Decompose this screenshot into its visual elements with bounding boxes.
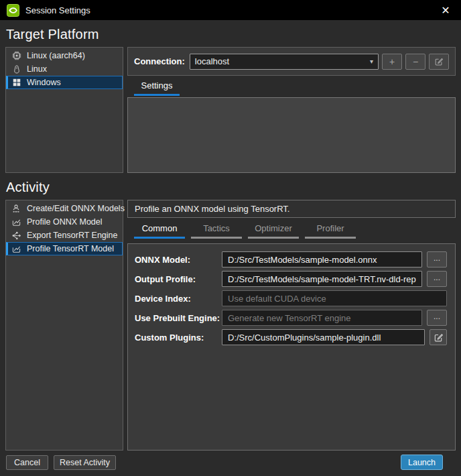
settings-empty-panel <box>127 97 456 173</box>
device-index-input[interactable] <box>222 290 447 306</box>
add-connection-button[interactable]: + <box>382 54 402 70</box>
activity-item-label: Profile TensorRT Model <box>27 244 114 253</box>
platform-item-linux[interactable]: Linux <box>6 62 123 76</box>
field-label: ONNX Model: <box>135 255 222 265</box>
penguin-icon <box>11 64 22 74</box>
common-settings-form: ONNX Model: ... Output Profile: ... Devi… <box>127 243 456 451</box>
field-label: Custom Plugins: <box>135 333 222 343</box>
export-graph-icon <box>11 230 22 241</box>
close-icon[interactable]: ✕ <box>437 1 454 19</box>
activity-item-export-tensorrt[interactable]: Export TensorRT Engine <box>6 229 123 242</box>
windows-icon <box>11 77 22 88</box>
browse-button[interactable]: ... <box>427 251 447 267</box>
activity-list: Create/Edit ONNX Models Profile ONNX Mod… <box>5 200 123 451</box>
launch-button[interactable]: Launch <box>401 455 443 470</box>
activity-description-text: Profile an ONNX model using TensorRT. <box>135 204 289 214</box>
cancel-button[interactable]: Cancel <box>6 455 48 470</box>
platform-item-linux-aarch64[interactable]: Linux (aarch64) <box>6 49 123 62</box>
reset-activity-button[interactable]: Reset Activity <box>54 455 116 470</box>
window-title: Session Settings <box>25 5 90 15</box>
nvidia-logo-icon <box>7 4 19 17</box>
minus-icon: − <box>413 56 418 67</box>
activity-tab-bar: Common Tactics Optimizer Profiler <box>134 223 362 239</box>
form-row: ONNX Model: ... <box>135 251 447 267</box>
browse-button[interactable]: ... <box>427 310 447 326</box>
platform-item-label: Linux (aarch64) <box>27 51 85 60</box>
tab-settings[interactable]: Settings <box>134 80 180 96</box>
chart-icon <box>11 243 22 254</box>
activity-description: Profile an ONNX model using TensorRT. <box>127 200 456 218</box>
platform-item-windows[interactable]: Windows <box>6 76 123 89</box>
connection-panel: Connection: localhost ▾ + − <box>127 47 456 76</box>
field-label: Device Index: <box>135 294 222 304</box>
form-row: Output Profile: ... <box>135 271 447 287</box>
plus-icon: + <box>389 56 395 67</box>
form-row: Custom Plugins: <box>135 329 447 345</box>
edit-icon <box>434 57 444 66</box>
tab-tactics[interactable]: Tactics <box>191 223 242 239</box>
activity-item-label: Export TensorRT Engine <box>27 231 118 240</box>
connection-label: Connection: <box>134 56 185 66</box>
tab-profiler[interactable]: Profiler <box>305 223 356 239</box>
activity-item-create-edit-onnx[interactable]: Create/Edit ONNX Models <box>6 202 123 215</box>
chevron-down-icon: ▾ <box>370 58 373 65</box>
chip-icon <box>11 50 22 61</box>
platform-item-label: Linux <box>27 64 47 74</box>
output-profile-input[interactable] <box>222 271 422 287</box>
chart-icon <box>11 217 22 227</box>
platform-item-label: Windows <box>27 78 61 87</box>
activity-item-profile-tensorrt[interactable]: Profile TensorRT Model <box>6 242 123 255</box>
platform-list: Linux (aarch64) Linux Windows <box>5 47 123 173</box>
titlebar: Session Settings ✕ <box>0 0 461 20</box>
custom-plugins-input[interactable] <box>222 329 425 345</box>
field-label: Output Profile: <box>135 274 222 284</box>
connection-dropdown[interactable]: localhost ▾ <box>190 54 379 70</box>
edit-icon <box>434 333 444 343</box>
connection-value: localhost <box>195 56 229 66</box>
activity-item-label: Profile ONNX Model <box>27 217 103 227</box>
tab-optimizer[interactable]: Optimizer <box>248 223 299 239</box>
activity-item-label: Create/Edit ONNX Models <box>27 204 125 213</box>
edit-connection-button[interactable] <box>429 54 449 70</box>
target-platform-heading: Target Platform <box>6 27 99 42</box>
remove-connection-button[interactable]: − <box>405 54 425 70</box>
browse-button[interactable]: ... <box>427 271 447 287</box>
form-row: Use Prebuilt Engine: ... <box>135 310 447 326</box>
field-label: Use Prebuilt Engine: <box>135 313 222 323</box>
tab-common[interactable]: Common <box>134 223 185 239</box>
activity-heading: Activity <box>6 180 50 195</box>
user-graph-icon <box>11 203 22 214</box>
activity-item-profile-onnx[interactable]: Profile ONNX Model <box>6 215 123 229</box>
onnx-model-input[interactable] <box>222 251 422 267</box>
edit-plugins-button[interactable] <box>430 329 447 345</box>
prebuilt-engine-input[interactable] <box>222 310 422 326</box>
form-row: Device Index: <box>135 290 447 306</box>
